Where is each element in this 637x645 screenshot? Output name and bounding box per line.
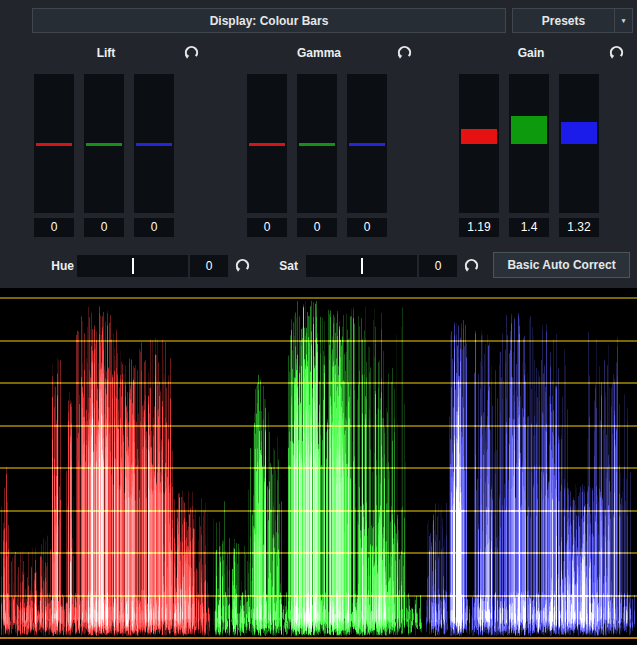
gain-green-value[interactable]: 1.4 bbox=[509, 218, 549, 237]
gain-green-handle[interactable] bbox=[511, 116, 547, 144]
lift-green-handle[interactable] bbox=[86, 143, 122, 146]
gain-blue-value[interactable]: 1.32 bbox=[559, 218, 599, 237]
gamma-label: Gamma bbox=[213, 46, 425, 60]
hue-slider[interactable] bbox=[77, 255, 188, 277]
gain-section: Gain 1.19 1.4 1.32 bbox=[425, 40, 637, 248]
gamma-blue-handle[interactable] bbox=[349, 143, 385, 146]
gain-label: Gain bbox=[425, 46, 637, 60]
sat-slider[interactable] bbox=[306, 255, 417, 277]
lift-blue-value[interactable]: 0 bbox=[134, 218, 174, 237]
lift-label: Lift bbox=[0, 46, 212, 60]
gamma-green-value[interactable]: 0 bbox=[297, 218, 337, 237]
gamma-green-slider[interactable] bbox=[297, 74, 337, 213]
gamma-blue-value[interactable]: 0 bbox=[347, 218, 387, 237]
hue-value[interactable]: 0 bbox=[190, 255, 228, 277]
gamma-red-slider[interactable] bbox=[247, 74, 287, 213]
lift-blue-slider[interactable] bbox=[134, 74, 174, 213]
colour-correction-panel: Display: Colour Bars Presets ▾ Lift 0 0 … bbox=[0, 0, 637, 645]
gamma-green-handle[interactable] bbox=[299, 143, 335, 146]
gamma-reset-button[interactable] bbox=[395, 43, 414, 62]
gain-red-value[interactable]: 1.19 bbox=[459, 218, 499, 237]
reset-arrow-icon bbox=[182, 43, 201, 62]
chevron-down-icon[interactable]: ▾ bbox=[614, 9, 632, 32]
gain-red-handle[interactable] bbox=[461, 129, 497, 144]
presets-button[interactable]: Presets ▾ bbox=[512, 8, 633, 33]
basic-auto-correct-button[interactable]: Basic Auto Correct bbox=[493, 252, 630, 278]
controls-panel: Display: Colour Bars Presets ▾ Lift 0 0 … bbox=[0, 0, 637, 288]
lift-red-handle[interactable] bbox=[36, 143, 72, 146]
lift-blue-handle[interactable] bbox=[136, 143, 172, 146]
hue-label: Hue bbox=[36, 256, 74, 277]
reset-arrow-icon bbox=[607, 43, 626, 62]
gain-green-slider[interactable] bbox=[509, 74, 549, 213]
gamma-red-value[interactable]: 0 bbox=[247, 218, 287, 237]
lift-green-value[interactable]: 0 bbox=[84, 218, 124, 237]
reset-arrow-icon bbox=[395, 43, 414, 62]
sat-value[interactable]: 0 bbox=[419, 255, 457, 277]
lift-section: Lift 0 0 0 bbox=[0, 40, 212, 248]
presets-label: Presets bbox=[513, 9, 614, 32]
reset-arrow-icon bbox=[462, 256, 481, 275]
hue-reset-button[interactable] bbox=[233, 256, 252, 275]
gain-blue-slider[interactable] bbox=[559, 74, 599, 213]
sat-slider-handle[interactable] bbox=[361, 258, 363, 274]
sat-label: Sat bbox=[266, 256, 298, 277]
reset-arrow-icon bbox=[233, 256, 252, 275]
lift-green-slider[interactable] bbox=[84, 74, 124, 213]
gamma-blue-slider[interactable] bbox=[347, 74, 387, 213]
gain-red-slider[interactable] bbox=[459, 74, 499, 213]
waveform-scope bbox=[0, 288, 637, 645]
gain-blue-handle[interactable] bbox=[561, 122, 597, 144]
lift-reset-button[interactable] bbox=[182, 43, 201, 62]
display-mode-button[interactable]: Display: Colour Bars bbox=[32, 8, 506, 33]
gain-reset-button[interactable] bbox=[607, 43, 626, 62]
gamma-red-handle[interactable] bbox=[249, 143, 285, 146]
lift-red-value[interactable]: 0 bbox=[34, 218, 74, 237]
gamma-section: Gamma 0 0 0 bbox=[213, 40, 425, 248]
sat-reset-button[interactable] bbox=[462, 256, 481, 275]
lift-red-slider[interactable] bbox=[34, 74, 74, 213]
hue-slider-handle[interactable] bbox=[132, 258, 134, 274]
